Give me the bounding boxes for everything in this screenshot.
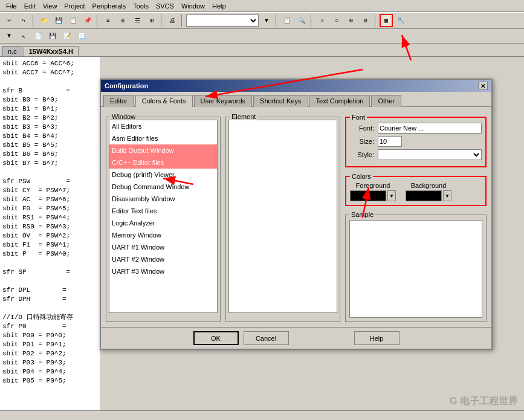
window-item-asm[interactable]: Asm Editor files xyxy=(109,132,217,144)
redo-btn[interactable]: ↪ xyxy=(17,14,30,27)
font-style-select[interactable] xyxy=(378,149,482,160)
code-line: sbit OV = PSW^2; xyxy=(2,231,97,241)
cancel-button[interactable]: Cancel xyxy=(244,331,289,345)
tab-header[interactable]: 15W4KxxS4.H xyxy=(24,46,79,56)
config-btn[interactable]: ▦ xyxy=(380,14,393,27)
ok-button[interactable]: OK xyxy=(193,331,239,345)
code-line: sbit P00 = P0^0; xyxy=(2,331,97,340)
dialog-tab-colors-fonts[interactable]: Colors & Fonts xyxy=(135,95,193,107)
code-line: sbit B4 = B^4; xyxy=(2,132,97,141)
settings-btn[interactable]: 🔧 xyxy=(394,14,407,27)
print-btn[interactable]: 🖨 xyxy=(166,14,179,27)
configuration-dialog: Configuration ✕ Editor Colors & Fonts Us… xyxy=(100,79,493,350)
background-dropdown-btn[interactable]: ▼ xyxy=(443,190,451,201)
window-list[interactable]: All Editors Asm Editor files Build Outpu… xyxy=(109,120,218,313)
window-item-uart1[interactable]: UART #1 Window xyxy=(109,241,217,253)
window-item-disassembly[interactable]: Disassembly Window xyxy=(109,193,217,205)
target-dropdown[interactable] xyxy=(186,15,259,27)
window-item-all-editors[interactable]: All Editors xyxy=(109,120,217,132)
menu-peripherals[interactable]: Peripherals xyxy=(89,1,130,11)
undo-btn[interactable]: ↩ xyxy=(2,14,16,27)
circle1-btn[interactable]: ○ xyxy=(315,14,329,27)
sep1 xyxy=(33,15,35,27)
code-line: sbit ACC6 = ACC^6; xyxy=(2,59,97,68)
foreground-swatch-row: ▼ xyxy=(350,190,396,201)
code-line: sbit P05 = P0^5; xyxy=(2,376,97,386)
window-item-editor-text[interactable]: Editor Text files xyxy=(109,205,217,217)
menu-edit[interactable]: Edit xyxy=(21,1,39,11)
help-button[interactable]: Help xyxy=(354,331,399,345)
dialog-tab-user-keywords[interactable]: User Keywords xyxy=(194,95,253,107)
sep5 xyxy=(276,15,278,27)
foreground-dropdown-btn[interactable]: ▼ xyxy=(387,190,396,201)
tab-nc[interactable]: n.c xyxy=(2,46,22,56)
code-line: sbit RS0 = PSW^3; xyxy=(2,222,97,231)
window-item-cpp-editor[interactable]: C/C++ Editor files xyxy=(109,157,217,169)
dialog-tab-editor[interactable]: Editor xyxy=(103,95,134,107)
menu-tools[interactable]: Tools xyxy=(129,1,152,11)
t2-save[interactable]: 💾 xyxy=(46,30,59,43)
code-line: sfr B = xyxy=(2,86,97,95)
dialog-tab-bar: Editor Colors & Fonts User Keywords Shor… xyxy=(101,92,491,107)
t2-dropdown[interactable]: ▼ xyxy=(2,30,16,43)
sep7 xyxy=(375,15,377,27)
element-list[interactable] xyxy=(228,120,337,313)
window-item-uart3[interactable]: UART #3 Window xyxy=(109,265,217,277)
t2-doc2[interactable]: 📃 xyxy=(75,30,88,43)
window-item-debug-cmd[interactable]: Debug Command Window xyxy=(109,181,217,193)
align4-btn[interactable]: ⊞ xyxy=(145,14,158,27)
code-line: sbit B3 = B^3; xyxy=(2,123,97,132)
window-item-debug-viewer[interactable]: Debug (printf) Viewer xyxy=(109,169,217,181)
sample-content xyxy=(349,220,482,318)
sep4 xyxy=(181,15,184,27)
code-line: sfr PSW = xyxy=(2,177,97,186)
menu-window[interactable]: Window xyxy=(178,1,209,11)
code-line: sfr SP = xyxy=(2,268,97,277)
background-swatch-row: ▼ xyxy=(406,190,451,201)
window-item-build-output[interactable]: Build Output Window xyxy=(109,144,217,157)
foreground-label: Foreground xyxy=(356,182,390,189)
menu-view[interactable]: View xyxy=(39,1,61,11)
dialog-titlebar: Configuration ✕ xyxy=(101,80,491,92)
font-size-input[interactable] xyxy=(378,136,402,147)
menu-file[interactable]: File xyxy=(2,1,21,11)
copy-btn[interactable]: 📋 xyxy=(280,14,294,27)
window-item-memory[interactable]: Memory Window xyxy=(109,229,217,241)
dialog-tab-other[interactable]: Other xyxy=(371,95,401,107)
code-line: sfr P0 = xyxy=(2,322,97,331)
element-panel-label: Element xyxy=(230,113,257,120)
save2-btn[interactable]: 📋 xyxy=(66,14,80,27)
foreground-swatch[interactable] xyxy=(350,190,386,201)
align1-btn[interactable]: ≡ xyxy=(102,14,115,27)
menu-svcs[interactable]: SVCS xyxy=(152,1,178,11)
sep2 xyxy=(97,15,99,27)
menu-project[interactable]: Project xyxy=(60,1,88,11)
save-btn[interactable]: 💾 xyxy=(52,14,65,27)
background-item: Background ▼ xyxy=(406,182,451,201)
dialog-close-button[interactable]: ✕ xyxy=(478,82,488,90)
align2-btn[interactable]: ≣ xyxy=(116,14,129,27)
load-btn[interactable]: 📂 xyxy=(37,14,51,27)
t2-cursor[interactable]: ↖ xyxy=(17,30,30,43)
window-item-logic[interactable]: Logic Analyzer xyxy=(109,217,217,229)
circle2-btn[interactable]: ○ xyxy=(330,14,343,27)
code-line: //I/O 口特殊功能寄存 xyxy=(2,313,97,322)
build-btn[interactable]: ⚙ xyxy=(359,14,372,27)
window-item-uart2[interactable]: UART #2 Window xyxy=(109,253,217,265)
code-line xyxy=(2,304,97,313)
menu-help[interactable]: Help xyxy=(209,1,230,11)
dialog-tab-text-completion[interactable]: Text Completion xyxy=(309,95,370,107)
t2-doc[interactable]: 📝 xyxy=(60,30,74,43)
sample-section: Sample xyxy=(345,215,487,322)
align3-btn[interactable]: ☰ xyxy=(131,14,144,27)
target-btn[interactable]: ⊕ xyxy=(344,14,358,27)
code-line: sbit P04 = P0^4; xyxy=(2,367,97,376)
background-swatch[interactable] xyxy=(406,190,442,201)
dialog-tab-shortcut-keys[interactable]: Shortcut Keys xyxy=(253,95,308,107)
t2-file[interactable]: 📄 xyxy=(31,30,45,43)
dropdown-btn[interactable]: ▼ xyxy=(260,14,273,27)
sep3 xyxy=(161,15,163,27)
save3-btn[interactable]: 📌 xyxy=(81,14,94,27)
find-btn[interactable]: 🔍 xyxy=(295,14,308,27)
dialog-bottom: OK Cancel Help xyxy=(101,327,491,349)
